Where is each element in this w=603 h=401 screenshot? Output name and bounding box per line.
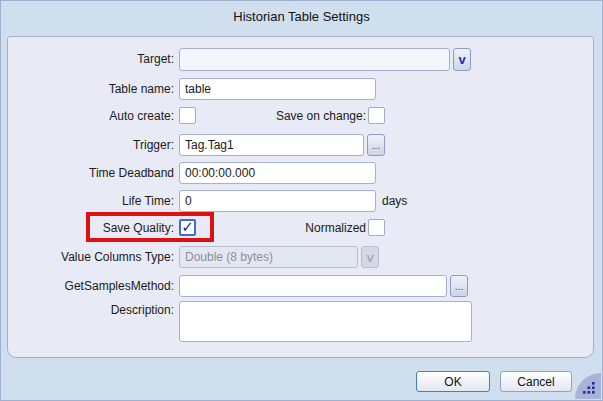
description-textarea[interactable] (179, 301, 472, 342)
save-on-change-label: Save on change: (276, 109, 366, 123)
life-time-input[interactable] (179, 190, 376, 212)
auto-create-label: Auto create: (109, 109, 174, 123)
save-quality-checkbox[interactable]: ✓ (179, 219, 196, 236)
target-combo-input[interactable] (179, 48, 450, 71)
time-deadband-label: Time Deadband (89, 166, 174, 180)
chevron-down-icon: v (366, 251, 373, 264)
cancel-button[interactable]: Cancel (500, 371, 572, 392)
target-label: Target: (137, 52, 174, 66)
dialog-title: Historian Table Settings (1, 9, 602, 24)
checkmark-icon: ✓ (181, 219, 194, 234)
normalized-label: Normalized (305, 221, 366, 235)
save-quality-label: Save Quality: (103, 221, 174, 235)
trigger-browse-button[interactable]: ... (367, 134, 385, 156)
value-columns-type-combo (179, 246, 358, 268)
trigger-input[interactable] (179, 134, 364, 156)
ok-button[interactable]: OK (416, 371, 490, 392)
value-columns-type-label: Value Columns Type: (61, 250, 174, 264)
value-columns-type-dropdown-button: v (361, 246, 379, 268)
time-deadband-input[interactable] (179, 162, 376, 184)
resize-grip-icon[interactable] (575, 373, 601, 399)
chevron-down-icon: v (458, 53, 465, 66)
save-on-change-checkbox[interactable] (368, 107, 385, 124)
get-samples-method-input[interactable] (179, 275, 447, 297)
life-time-label: Life Time: (122, 194, 174, 208)
trigger-label: Trigger: (133, 138, 174, 152)
auto-create-checkbox[interactable] (179, 107, 196, 124)
get-samples-method-browse-button[interactable]: ... (450, 275, 468, 297)
historian-table-settings-dialog: Historian Table Settings Target: v Table… (0, 0, 603, 401)
target-dropdown-button[interactable]: v (453, 48, 471, 71)
table-name-label: Table name: (109, 82, 174, 96)
get-samples-method-label: GetSamplesMethod: (65, 279, 174, 293)
life-time-suffix: days (382, 194, 407, 208)
normalized-checkbox[interactable] (368, 219, 385, 236)
table-name-input[interactable] (179, 78, 376, 100)
description-label: Description: (111, 303, 174, 317)
